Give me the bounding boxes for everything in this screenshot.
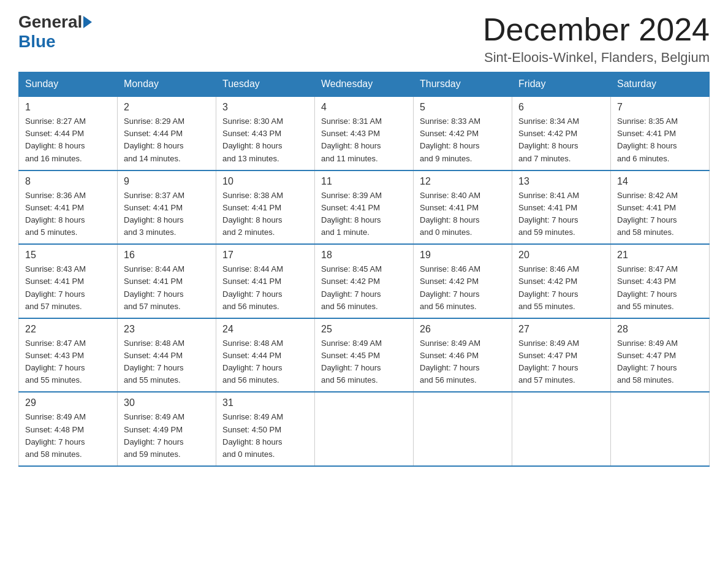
calendar-cell: 2Sunrise: 8:29 AM Sunset: 4:44 PM Daylig… [118,96,216,170]
calendar-cell: 3Sunrise: 8:30 AM Sunset: 4:43 PM Daylig… [216,96,315,170]
calendar-cell: 25Sunrise: 8:49 AM Sunset: 4:45 PM Dayli… [315,318,414,393]
calendar-cell: 16Sunrise: 8:44 AM Sunset: 4:41 PM Dayli… [118,244,216,318]
calendar-cell: 19Sunrise: 8:46 AM Sunset: 4:42 PM Dayli… [414,244,512,318]
day-number: 27 [518,324,604,335]
day-info: Sunrise: 8:49 AM Sunset: 4:48 PM Dayligh… [25,411,111,461]
day-number: 18 [321,250,407,261]
day-info: Sunrise: 8:49 AM Sunset: 4:45 PM Dayligh… [321,337,407,387]
day-number: 25 [321,324,407,335]
day-number: 13 [518,176,604,187]
day-info: Sunrise: 8:30 AM Sunset: 4:43 PM Dayligh… [222,115,308,165]
day-info: Sunrise: 8:27 AM Sunset: 4:44 PM Dayligh… [25,115,111,165]
calendar-cell: 11Sunrise: 8:39 AM Sunset: 4:41 PM Dayli… [315,170,414,245]
day-info: Sunrise: 8:49 AM Sunset: 4:46 PM Dayligh… [420,337,506,387]
day-info: Sunrise: 8:46 AM Sunset: 4:42 PM Dayligh… [420,263,506,313]
day-info: Sunrise: 8:48 AM Sunset: 4:44 PM Dayligh… [222,337,308,387]
day-info: Sunrise: 8:40 AM Sunset: 4:41 PM Dayligh… [420,190,506,239]
calendar-cell: 8Sunrise: 8:36 AM Sunset: 4:41 PM Daylig… [19,170,118,245]
day-number: 7 [617,102,703,113]
day-number: 26 [420,324,506,335]
calendar-cell: 12Sunrise: 8:40 AM Sunset: 4:41 PM Dayli… [414,170,512,245]
calendar-cell: 10Sunrise: 8:38 AM Sunset: 4:41 PM Dayli… [216,170,315,245]
calendar-cell: 30Sunrise: 8:49 AM Sunset: 4:49 PM Dayli… [118,392,216,466]
calendar-week-2: 8Sunrise: 8:36 AM Sunset: 4:41 PM Daylig… [19,170,710,245]
calendar-cell: 5Sunrise: 8:33 AM Sunset: 4:42 PM Daylig… [414,96,512,170]
calendar-cell [611,392,710,466]
day-number: 22 [25,324,111,335]
calendar-cell: 23Sunrise: 8:48 AM Sunset: 4:44 PM Dayli… [118,318,216,393]
day-info: Sunrise: 8:44 AM Sunset: 4:41 PM Dayligh… [124,263,210,313]
header-day-friday: Friday [512,72,611,97]
logo: General Blue [18,12,93,52]
logo-blue-text: Blue [18,32,56,51]
logo-arrow-icon [83,16,92,28]
calendar-cell: 27Sunrise: 8:49 AM Sunset: 4:47 PM Dayli… [512,318,611,393]
calendar-cell: 21Sunrise: 8:47 AM Sunset: 4:43 PM Dayli… [611,244,710,318]
calendar-week-1: 1Sunrise: 8:27 AM Sunset: 4:44 PM Daylig… [19,96,710,170]
calendar-cell: 24Sunrise: 8:48 AM Sunset: 4:44 PM Dayli… [216,318,315,393]
day-number: 11 [321,176,407,187]
calendar-cell: 14Sunrise: 8:42 AM Sunset: 4:41 PM Dayli… [611,170,710,245]
calendar-table: SundayMondayTuesdayWednesdayThursdayFrid… [18,72,710,467]
day-info: Sunrise: 8:49 AM Sunset: 4:47 PM Dayligh… [518,337,604,387]
day-info: Sunrise: 8:38 AM Sunset: 4:41 PM Dayligh… [222,190,308,239]
calendar-body: 1Sunrise: 8:27 AM Sunset: 4:44 PM Daylig… [19,96,710,466]
title-section: December 2024 Sint-Eloois-Winkel, Flande… [483,12,710,66]
location-subtitle: Sint-Eloois-Winkel, Flanders, Belgium [483,50,710,66]
header-day-tuesday: Tuesday [216,72,315,97]
calendar-cell: 9Sunrise: 8:37 AM Sunset: 4:41 PM Daylig… [118,170,216,245]
calendar-cell: 20Sunrise: 8:46 AM Sunset: 4:42 PM Dayli… [512,244,611,318]
calendar-week-5: 29Sunrise: 8:49 AM Sunset: 4:48 PM Dayli… [19,392,710,466]
day-number: 20 [518,250,604,261]
day-number: 24 [222,324,308,335]
calendar-cell [414,392,512,466]
header-day-monday: Monday [118,72,216,97]
calendar-cell [315,392,414,466]
page-header: General Blue December 2024 Sint-Eloois-W… [18,12,710,66]
calendar-cell: 6Sunrise: 8:34 AM Sunset: 4:42 PM Daylig… [512,96,611,170]
calendar-cell: 18Sunrise: 8:45 AM Sunset: 4:42 PM Dayli… [315,244,414,318]
day-number: 30 [124,397,210,408]
calendar-week-3: 15Sunrise: 8:43 AM Sunset: 4:41 PM Dayli… [19,244,710,318]
calendar-cell: 17Sunrise: 8:44 AM Sunset: 4:41 PM Dayli… [216,244,315,318]
calendar-header: SundayMondayTuesdayWednesdayThursdayFrid… [19,72,710,97]
day-info: Sunrise: 8:41 AM Sunset: 4:41 PM Dayligh… [518,190,604,239]
calendar-cell: 22Sunrise: 8:47 AM Sunset: 4:43 PM Dayli… [19,318,118,393]
day-number: 5 [420,102,506,113]
day-number: 12 [420,176,506,187]
calendar-cell: 26Sunrise: 8:49 AM Sunset: 4:46 PM Dayli… [414,318,512,393]
header-day-thursday: Thursday [414,72,512,97]
day-number: 28 [617,324,703,335]
day-info: Sunrise: 8:47 AM Sunset: 4:43 PM Dayligh… [617,263,703,313]
calendar-cell: 15Sunrise: 8:43 AM Sunset: 4:41 PM Dayli… [19,244,118,318]
day-number: 2 [124,102,210,113]
day-info: Sunrise: 8:49 AM Sunset: 4:49 PM Dayligh… [124,411,210,461]
day-info: Sunrise: 8:34 AM Sunset: 4:42 PM Dayligh… [518,115,604,165]
day-info: Sunrise: 8:39 AM Sunset: 4:41 PM Dayligh… [321,190,407,239]
day-number: 16 [124,250,210,261]
day-number: 21 [617,250,703,261]
day-number: 1 [25,102,111,113]
day-number: 9 [124,176,210,187]
day-number: 10 [222,176,308,187]
day-number: 4 [321,102,407,113]
calendar-cell: 1Sunrise: 8:27 AM Sunset: 4:44 PM Daylig… [19,96,118,170]
calendar-cell: 13Sunrise: 8:41 AM Sunset: 4:41 PM Dayli… [512,170,611,245]
day-info: Sunrise: 8:43 AM Sunset: 4:41 PM Dayligh… [25,263,111,313]
header-row: SundayMondayTuesdayWednesdayThursdayFrid… [19,72,710,97]
day-number: 3 [222,102,308,113]
month-title: December 2024 [483,12,710,47]
day-info: Sunrise: 8:49 AM Sunset: 4:47 PM Dayligh… [617,337,703,387]
day-info: Sunrise: 8:33 AM Sunset: 4:42 PM Dayligh… [420,115,506,165]
day-number: 17 [222,250,308,261]
calendar-week-4: 22Sunrise: 8:47 AM Sunset: 4:43 PM Dayli… [19,318,710,393]
day-info: Sunrise: 8:47 AM Sunset: 4:43 PM Dayligh… [25,337,111,387]
calendar-cell: 29Sunrise: 8:49 AM Sunset: 4:48 PM Dayli… [19,392,118,466]
day-number: 6 [518,102,604,113]
day-number: 31 [222,397,308,408]
calendar-cell: 31Sunrise: 8:49 AM Sunset: 4:50 PM Dayli… [216,392,315,466]
header-day-wednesday: Wednesday [315,72,414,97]
day-info: Sunrise: 8:31 AM Sunset: 4:43 PM Dayligh… [321,115,407,165]
calendar-cell [512,392,611,466]
day-number: 15 [25,250,111,261]
